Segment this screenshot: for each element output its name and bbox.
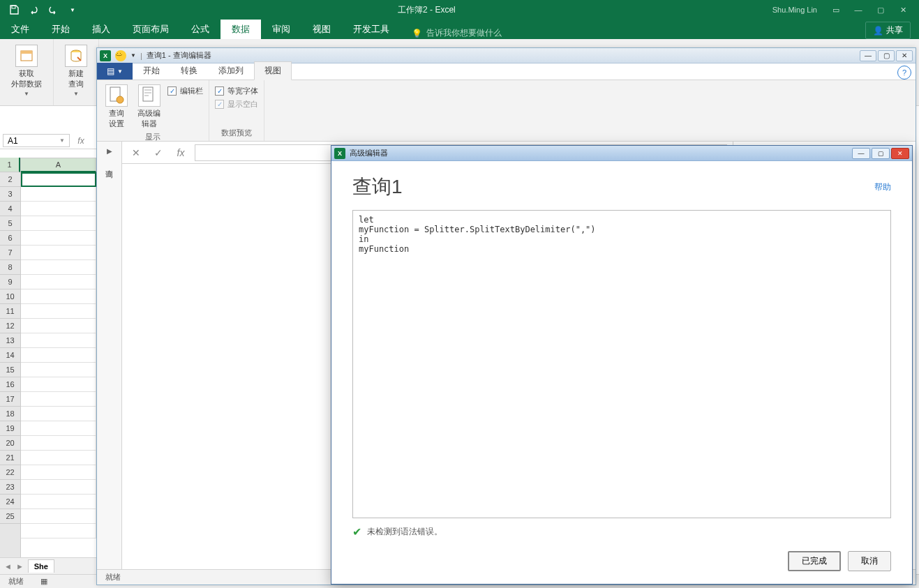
tab-view[interactable]: 视图 <box>301 20 342 39</box>
tab-developer[interactable]: 开发工具 <box>342 20 401 39</box>
close-icon[interactable]: ✕ <box>892 3 913 17</box>
cell[interactable] <box>21 509 96 524</box>
minimize-icon[interactable]: — <box>848 3 869 17</box>
tell-me-search[interactable]: 💡 告诉我你想要做什么 <box>401 27 502 39</box>
cell[interactable] <box>21 319 96 333</box>
qe-file-tab[interactable]: ▤▼ <box>97 63 133 80</box>
qat-dropdown-icon[interactable]: ▼ <box>64 2 81 17</box>
cell[interactable] <box>21 202 96 216</box>
monospace-checkbox[interactable]: ✓等宽字体 <box>215 84 258 98</box>
cell[interactable] <box>21 480 96 495</box>
cancel-formula-icon[interactable]: ✕ <box>128 145 144 160</box>
fx-icon[interactable]: fx <box>172 145 189 160</box>
cancel-button[interactable]: 取消 <box>848 551 891 571</box>
row-header[interactable]: 6 <box>0 231 20 246</box>
row-header[interactable]: 13 <box>0 333 20 348</box>
qe-tab-addcolumn[interactable]: 添加列 <box>208 61 254 80</box>
cell[interactable] <box>21 260 96 275</box>
cell[interactable] <box>21 363 96 377</box>
cell[interactable] <box>21 348 96 363</box>
undo-icon[interactable] <box>25 2 42 17</box>
cell[interactable] <box>21 231 96 246</box>
row-header[interactable]: 22 <box>0 465 20 480</box>
qe-close-button[interactable]: ✕ <box>896 50 913 61</box>
row-header[interactable]: 10 <box>0 289 20 304</box>
column-header-a[interactable]: A <box>21 158 96 172</box>
tab-file[interactable]: 文件 <box>0 20 40 39</box>
query-settings-button[interactable]: 查询 设置 <box>103 83 130 130</box>
row-header[interactable]: 21 <box>0 451 20 465</box>
row-header[interactable]: 5 <box>0 216 20 231</box>
accept-formula-icon[interactable]: ✓ <box>150 145 167 160</box>
maximize-icon[interactable]: ▢ <box>870 3 891 17</box>
new-query-button[interactable]: 新建 查询 ▼ <box>61 42 91 100</box>
row-header[interactable]: 4 <box>0 202 20 216</box>
macro-record-icon[interactable]: ▦ <box>40 577 47 586</box>
cell[interactable] <box>21 246 96 260</box>
sheet-tab[interactable]: She <box>28 559 54 573</box>
cell[interactable] <box>21 304 96 319</box>
cell[interactable] <box>21 275 96 289</box>
row-header[interactable]: 3 <box>0 187 20 202</box>
get-external-data-button[interactable]: 获取 外部数据 ▼ <box>7 42 46 100</box>
cell[interactable] <box>21 524 96 538</box>
cell[interactable] <box>21 436 96 451</box>
cell[interactable] <box>21 407 96 421</box>
tab-insert[interactable]: 插入 <box>81 20 121 39</box>
tab-formulas[interactable]: 公式 <box>180 20 221 39</box>
advanced-editor-button[interactable]: 高级编 辑器 <box>135 83 163 130</box>
cell[interactable] <box>21 377 96 392</box>
tab-review[interactable]: 审阅 <box>261 20 301 39</box>
code-editor[interactable]: let myFunction = Splitter.SplitTextByDel… <box>352 210 891 518</box>
row-header[interactable]: 12 <box>0 319 20 333</box>
row-header[interactable]: 16 <box>0 377 20 392</box>
row-header[interactable]: 18 <box>0 407 20 421</box>
row-header[interactable]: 23 <box>0 480 20 495</box>
cell[interactable] <box>21 216 96 231</box>
chevron-down-icon[interactable]: ▼ <box>130 52 136 59</box>
adv-maximize-button[interactable]: ▢ <box>872 148 890 159</box>
row-header[interactable]: 14 <box>0 348 20 363</box>
tab-data[interactable]: 数据 <box>221 20 261 39</box>
tab-home[interactable]: 开始 <box>40 20 81 39</box>
row-header[interactable]: 9 <box>0 275 20 289</box>
formula-bar-checkbox[interactable]: ✓编辑栏 <box>167 84 203 98</box>
cell[interactable] <box>21 289 96 304</box>
cell[interactable] <box>21 187 96 202</box>
ribbon-options-icon[interactable]: ▭ <box>825 3 846 17</box>
help-icon[interactable]: ? <box>897 66 911 80</box>
row-header[interactable]: 15 <box>0 363 20 377</box>
qe-maximize-button[interactable]: ▢ <box>878 50 895 61</box>
row-header[interactable]: 8 <box>0 260 20 275</box>
cell[interactable] <box>21 172 96 187</box>
cell[interactable] <box>21 392 96 407</box>
row-header[interactable]: 7 <box>0 246 20 260</box>
row-header[interactable]: 17 <box>0 392 20 407</box>
cell[interactable] <box>21 465 96 480</box>
feedback-icon[interactable] <box>115 50 126 61</box>
row-header[interactable]: 1 <box>0 158 20 172</box>
save-icon[interactable] <box>6 2 22 17</box>
done-button[interactable]: 已完成 <box>788 551 841 571</box>
row-header[interactable]: 20 <box>0 436 20 451</box>
cell[interactable] <box>21 451 96 465</box>
advanced-editor-titlebar[interactable]: X 高级编辑器 — ▢ ✕ <box>331 146 912 161</box>
adv-minimize-button[interactable]: — <box>852 148 870 159</box>
share-button[interactable]: 👤 共享 <box>865 22 911 39</box>
help-link[interactable]: 帮助 <box>874 181 891 193</box>
name-box[interactable]: A1 ▼ <box>3 134 70 147</box>
row-header[interactable]: 2 <box>0 172 20 187</box>
adv-close-button[interactable]: ✕ <box>891 148 909 159</box>
qe-minimize-button[interactable]: — <box>860 50 876 61</box>
cell[interactable] <box>21 495 96 509</box>
row-header[interactable]: 19 <box>0 421 20 436</box>
show-whitespace-checkbox[interactable]: ✓显示空白 <box>215 98 258 111</box>
qe-tab-transform[interactable]: 转换 <box>170 61 208 80</box>
qe-tab-home[interactable]: 开始 <box>133 61 170 80</box>
qe-tab-view[interactable]: 视图 <box>254 61 292 80</box>
cell[interactable] <box>21 333 96 348</box>
row-header[interactable]: 24 <box>0 495 20 509</box>
redo-icon[interactable] <box>45 2 61 17</box>
sheet-nav-next[interactable]: ► <box>16 562 24 571</box>
sheet-nav-prev[interactable]: ◄ <box>4 562 12 571</box>
